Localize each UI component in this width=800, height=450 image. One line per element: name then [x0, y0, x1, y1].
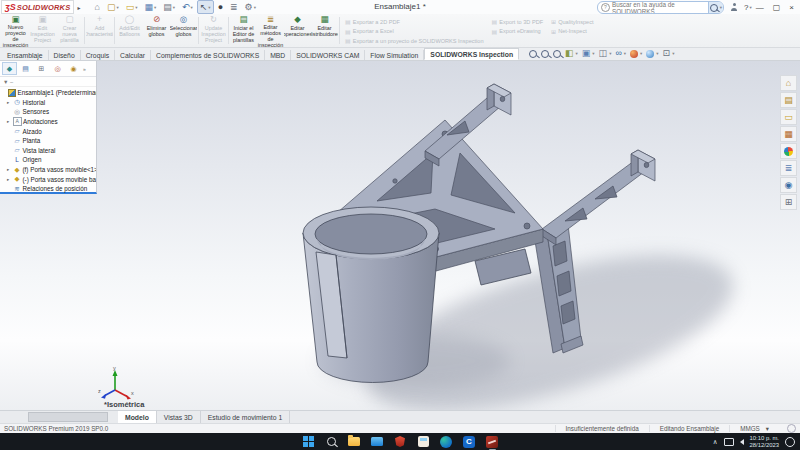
origen-icon: L [13, 156, 21, 164]
new-document-button[interactable]: ▢▾ [104, 0, 122, 14]
status-tag-icon[interactable] [787, 424, 796, 433]
tree-item-alzado[interactable]: ▱Alzado [0, 126, 96, 136]
solidworks-logo[interactable]: ʒS SOLIDWORKS [1, 0, 74, 14]
taskbar-start-button[interactable] [301, 434, 316, 449]
file-explorer-icon [348, 437, 360, 446]
editar-distribuidores-button[interactable]: ▦Editar distribuidores [311, 14, 338, 47]
seleccionar-globos-button[interactable]: ◎Seleccionar globos [170, 14, 197, 47]
displaymanager-tab[interactable]: ◉ [66, 62, 81, 75]
tree-item-sensores[interactable]: ◎Sensores [0, 107, 96, 117]
design-library-button[interactable]: ▤ [780, 92, 797, 108]
tab-mbd[interactable]: MBD [265, 50, 291, 60]
tab-croquis[interactable]: Croquis [81, 50, 115, 60]
editar-metodos-de-inspeccion-button[interactable]: ≣Editar métodos de inspección [257, 14, 284, 47]
edit-appearance-button[interactable]: ▾ [630, 50, 642, 58]
help-search-box[interactable]: ? Buscar en la ayuda de SOLIDWORKS ▾ [597, 1, 724, 14]
tab-ensamblaje[interactable]: Ensamblaje [2, 50, 49, 60]
file-explorer-button[interactable]: ▭ [780, 109, 797, 125]
open-button[interactable]: ▭▾ [123, 0, 141, 14]
taskbar-edge-button[interactable] [439, 434, 454, 449]
graphics-area[interactable]: y x z [0, 61, 800, 410]
dimxpertmanager-tab[interactable]: ◎ [50, 62, 65, 75]
tree-item-historial[interactable]: ▸◷Historial [0, 98, 96, 108]
print-button[interactable]: ▤▾ [160, 0, 178, 14]
search-go-button[interactable]: ▾ [708, 2, 723, 13]
view-settings-button[interactable]: ⊡▾ [663, 49, 675, 58]
user-account-icon[interactable] [730, 3, 738, 11]
tab-flow-simulation[interactable]: Flow Simulation [365, 50, 424, 60]
solidworks-resources-button[interactable]: ⌂ [780, 75, 797, 91]
more-tabs-arrow-icon[interactable]: » [83, 66, 86, 72]
custom-properties-button[interactable]: ≣ [780, 160, 797, 176]
help-button[interactable]: ? [744, 3, 748, 12]
restore-button[interactable]: ▢ [773, 3, 781, 12]
rebuild-button[interactable]: ● [215, 0, 226, 14]
options-button[interactable]: ⚙▾ [242, 0, 259, 14]
pack-and-go-button[interactable]: ⊞ [780, 194, 797, 210]
tree-item-vista-lateral[interactable]: ▱Vista lateral [0, 146, 96, 156]
hide-show-items-button[interactable]: ∞▾ [615, 49, 626, 58]
taskbar-shield-button[interactable] [393, 434, 408, 449]
motion-splitter-handle[interactable] [28, 412, 108, 422]
tree-item-origen[interactable]: LOrigen [0, 155, 96, 165]
cup-holder-assembly-3d-model[interactable] [95, 61, 775, 410]
tree-item-relaciones-de-posicion[interactable]: ≋Relaciones de posición [0, 184, 96, 194]
taskbar-tbsearch-button[interactable] [324, 434, 339, 449]
editar-operaciones-button[interactable]: ◆Editar operaciones [284, 14, 311, 47]
home-button[interactable]: ⌂ [91, 0, 102, 14]
minimize-button[interactable]: — [756, 3, 764, 12]
taskbar-capp-button[interactable]: C [462, 434, 477, 449]
rear-mounting-arm[interactable] [542, 150, 655, 245]
ribbon-button-icon: ◎ [180, 15, 187, 25]
configurationmanager-tab[interactable]: ⊞ [34, 62, 49, 75]
nuevo-proyecto-de-inspeccion-button[interactable]: ▣Nuevo proyecto de inspección [2, 14, 29, 47]
featuremanager-tab[interactable]: ◆ [2, 62, 17, 75]
tree-root-item[interactable]: Ensamblaje1 (Predeterminado<Estad [0, 88, 96, 98]
section-view-button[interactable]: ◧▾ [565, 49, 578, 58]
select-button[interactable]: ↖▾ [197, 0, 214, 14]
zoom-to-fit-button[interactable] [529, 50, 537, 58]
tree-item-planta[interactable]: ▱Planta [0, 136, 96, 146]
close-button[interactable]: × [789, 3, 794, 12]
section-view-icon: ◧ [565, 49, 574, 58]
tree-item-porta-vasos-movible-base-1[interactable]: ▸◆(-) Porta vasos movible base<1> ( [0, 174, 96, 184]
bottom-tab-modelo[interactable]: Modelo [118, 411, 157, 423]
tree-item-anotaciones[interactable]: ▸AAnotaciones [0, 117, 96, 127]
edit-inspection-project-button: ▣Edit Inspection Project [29, 14, 56, 47]
tray-chevron-icon[interactable]: ∧ [713, 438, 718, 446]
taskbar-store-button[interactable] [416, 434, 431, 449]
taskbar-mail-button[interactable] [370, 434, 385, 449]
taskbar-swapp-button[interactable] [485, 434, 500, 449]
save-button[interactable]: ▦▾ [141, 0, 159, 14]
taskbar-folder-button[interactable] [347, 434, 362, 449]
display-style-button[interactable]: ◫▾ [599, 49, 612, 58]
propertymanager-tab[interactable]: ▤ [18, 62, 33, 75]
apply-scene-button[interactable]: ▾ [646, 50, 658, 58]
bottom-tab-estudio-de-movimiento-1[interactable]: Estudio de movimiento 1 [201, 411, 290, 423]
bottom-tab-vistas-3d[interactable]: Vistas 3D [157, 411, 201, 423]
zoom-to-area-button[interactable] [541, 50, 549, 58]
tree-filter[interactable]: ▼ ‒ [0, 77, 96, 87]
eliminar-globos-button[interactable]: ⊘Eliminar globos [143, 14, 170, 47]
previous-view-button[interactable] [553, 50, 561, 58]
view-palette-button[interactable]: ▦ [780, 126, 797, 142]
undo-button[interactable]: ↶▾ [179, 0, 196, 14]
tab-solidworks-inspection[interactable]: SOLIDWORKS Inspection [424, 48, 519, 60]
network-display-icon[interactable] [724, 438, 734, 446]
view-orientation-button[interactable]: ▣▾ [582, 49, 595, 58]
tab-calcular[interactable]: Calcular [115, 50, 151, 60]
tab-diseno[interactable]: Diseño [49, 50, 81, 60]
file-properties-button[interactable]: ≣ [227, 0, 241, 14]
tab-complementos-de-solidworks[interactable]: Complementos de SOLIDWORKS [151, 50, 265, 60]
forum-button[interactable]: ◉ [780, 177, 797, 193]
menu-flyout-arrow-icon[interactable]: ▸ [77, 4, 80, 11]
notification-icon[interactable] [785, 437, 795, 447]
tree-item-f-porta-vasos-movible-1-prede[interactable]: ▸◆(f) Porta vasos movible<1> (Prede [0, 165, 96, 175]
search-placeholder: Buscar en la ayuda de SOLIDWORKS [612, 1, 708, 14]
iniciar-el-editor-de-plantillas-button[interactable]: ▤Iniciar el Editor de plantillas [230, 14, 257, 47]
volume-icon[interactable] [740, 439, 744, 445]
appearances-button[interactable] [780, 143, 797, 159]
taskbar-clock[interactable]: 10:10 p. m. 28/12/2023 [750, 435, 779, 449]
tab-solidworks-cam[interactable]: SOLIDWORKS CAM [291, 50, 365, 60]
units-selector[interactable]: MMGS ▾ [729, 425, 779, 432]
